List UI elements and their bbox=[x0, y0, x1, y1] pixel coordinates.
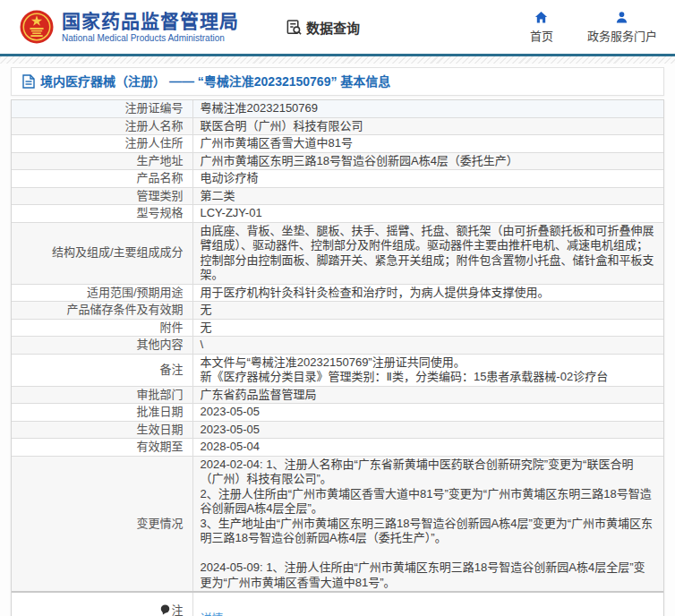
table-row: 型号规格 LCY-ZJY-01 bbox=[12, 205, 663, 223]
row-value: 广东省药品监督管理局 bbox=[192, 386, 663, 404]
header: 国家药品监督管理局 National Medical Products Admi… bbox=[0, 0, 675, 54]
row-label: 产品储存条件及有效期 bbox=[12, 302, 192, 320]
row-label: 生效日期 bbox=[12, 421, 192, 439]
comment-icon bbox=[160, 604, 170, 615]
stripe-band bbox=[0, 56, 675, 64]
main-content: 境内医疗器械（注册） —— “粤械注准20232150769” 基本信息 注册证… bbox=[0, 64, 675, 616]
row-value: 电动诊疗椅 bbox=[192, 170, 663, 188]
row-value: 本文件与“粤械注准20232150769”注册证共同使用。 新《医疗器械分类目录… bbox=[192, 354, 663, 386]
org-name: 国家药品监督管理局 bbox=[62, 11, 239, 32]
table-row: 管理类别 第二类 bbox=[12, 187, 663, 205]
data-query-label: 数据查询 bbox=[306, 18, 360, 37]
table-row: 批准日期 2023-05-05 bbox=[12, 404, 663, 422]
row-value: 无 bbox=[192, 319, 663, 337]
row-value: \ bbox=[192, 337, 663, 355]
table-row: 变更情况 2024-02-04: 1、注册人名称由“广东省新黄埔中医药联合创新研… bbox=[12, 456, 663, 592]
row-label: 批准日期 bbox=[12, 404, 192, 422]
row-value: LCY-ZJY-01 bbox=[192, 205, 663, 223]
table-row: 注册证编号 粤械注准20232150769 bbox=[12, 100, 663, 117]
row-label: 产品名称 bbox=[12, 170, 192, 188]
row-label: 型号规格 bbox=[12, 205, 192, 223]
nmpa-logo[interactable]: 国家药品监督管理局 National Medical Products Admi… bbox=[20, 10, 239, 44]
data-query-tab[interactable]: 数据查询 bbox=[286, 18, 360, 37]
row-label: 有效期至 bbox=[12, 439, 192, 457]
page-title: 境内医疗器械（注册） —— “粤械注准20232150769” 基本信息 bbox=[40, 73, 390, 90]
row-value: 第二类 bbox=[192, 187, 663, 205]
nav-home[interactable]: 首页 bbox=[530, 11, 553, 44]
table-row: 产品名称 电动诊疗椅 bbox=[12, 170, 663, 188]
nav-home-label: 首页 bbox=[530, 27, 553, 44]
nav-portal[interactable]: 政务服务门户 bbox=[587, 11, 657, 44]
org-text: 国家药品监督管理局 National Medical Products Admi… bbox=[62, 11, 239, 44]
row-value: 粤械注准20232150769 bbox=[192, 100, 663, 117]
table-row: 其他内容 \ bbox=[12, 337, 663, 355]
row-label: 附件 bbox=[12, 319, 192, 337]
row-label: 适用范围/预期用途 bbox=[12, 284, 192, 302]
national-emblem-icon bbox=[20, 10, 54, 44]
row-value: 广州市黄埔区香雪大道中81号 bbox=[192, 135, 663, 153]
row-value: 无 bbox=[192, 302, 663, 320]
row-value: 2028-05-04 bbox=[192, 439, 663, 457]
nav-portal-label: 政务服务门户 bbox=[587, 27, 657, 44]
table-row: 适用范围/预期用途 用于医疗机构针灸科针灸检查和治疗时，为病人提供身体支撑使用。 bbox=[12, 284, 663, 302]
detail-link[interactable]: 详情 bbox=[201, 612, 224, 616]
row-value: 详情 bbox=[192, 592, 663, 616]
row-label: 审批部门 bbox=[12, 386, 192, 404]
row-label: 变更情况 bbox=[12, 456, 192, 592]
info-table: 注册证编号 粤械注准20232150769 注册人名称 联医合明（广州）科技有限… bbox=[11, 99, 664, 616]
row-label: 注册人名称 bbox=[12, 117, 192, 135]
row-label: 注 bbox=[12, 592, 192, 616]
table-row: 有效期至 2028-05-04 bbox=[12, 439, 663, 457]
row-label: 生产地址 bbox=[12, 152, 192, 170]
table-row: 注册人住所 广州市黄埔区香雪大道中81号 bbox=[12, 135, 663, 153]
row-label: 备注 bbox=[12, 354, 192, 386]
row-label: 结构及组成/主要组成成分 bbox=[12, 222, 192, 284]
row-value: 2023-05-05 bbox=[192, 421, 663, 439]
user-icon bbox=[615, 11, 628, 24]
org-name-en: National Medical Products Administration bbox=[62, 32, 239, 44]
document-icon bbox=[22, 74, 35, 89]
table-row: 生产地址 广州市黄埔区东明三路18号智造谷创新园A栋4层（委托生产） bbox=[12, 152, 663, 170]
row-label: 其他内容 bbox=[12, 337, 192, 355]
row-label: 管理类别 bbox=[12, 187, 192, 205]
table-row: 备注 本文件与“粤械注准20232150769”注册证共同使用。 新《医疗器械分… bbox=[12, 354, 663, 386]
table-row: 产品储存条件及有效期 无 bbox=[12, 302, 663, 320]
table-row: 注 详情 bbox=[12, 592, 663, 616]
row-value: 联医合明（广州）科技有限公司 bbox=[192, 117, 663, 135]
row-value: 用于医疗机构针灸科针灸检查和治疗时，为病人提供身体支撑使用。 bbox=[192, 284, 663, 302]
row-value: 2023-05-05 bbox=[192, 404, 663, 422]
table-row: 审批部门 广东省药品监督管理局 bbox=[12, 386, 663, 404]
header-nav: 首页 政务服务门户 bbox=[530, 11, 657, 44]
row-value: 2024-02-04: 1、注册人名称由“广东省新黄埔中医药联合创新研究院”变更… bbox=[192, 456, 663, 592]
note-label: 注 bbox=[171, 603, 183, 616]
data-query-icon bbox=[286, 19, 303, 36]
table-row: 结构及组成/主要组成成分 由底座、背板、坐垫、腿板、扶手、摇臂、托盘、额托架（由… bbox=[12, 222, 663, 284]
table-row: 注册人名称 联医合明（广州）科技有限公司 bbox=[12, 117, 663, 135]
row-label: 注册证编号 bbox=[12, 100, 192, 117]
page-title-bar: 境内医疗器械（注册） —— “粤械注准20232150769” 基本信息 bbox=[11, 67, 664, 96]
row-value: 广州市黄埔区东明三路18号智造谷创新园A栋4层（委托生产） bbox=[192, 152, 663, 170]
row-label: 注册人住所 bbox=[12, 135, 192, 153]
table-row: 附件 无 bbox=[12, 319, 663, 337]
table-row: 生效日期 2023-05-05 bbox=[12, 421, 663, 439]
home-icon bbox=[534, 11, 548, 24]
row-value: 由底座、背板、坐垫、腿板、扶手、摇臂、托盘、额托架（由可折叠额托板和可折叠伸展臂… bbox=[192, 222, 663, 284]
